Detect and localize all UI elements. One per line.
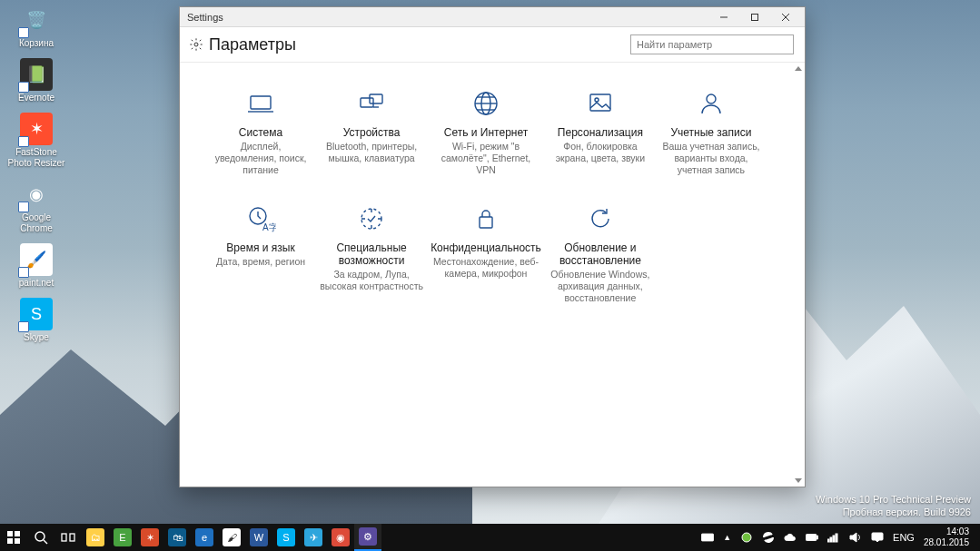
wifi-icon[interactable] <box>827 531 840 544</box>
window-title: Settings <box>187 12 708 23</box>
close-button[interactable] <box>770 7 801 27</box>
search-input[interactable] <box>630 34 794 54</box>
taskbar-app-store[interactable]: 🛍 <box>163 524 191 551</box>
taskbar-app-chrome[interactable]: ◉ <box>327 524 354 551</box>
svg-rect-6 <box>15 531 20 536</box>
category-privacy[interactable]: Конфиденциальность Местонахождение, веб-… <box>429 200 543 308</box>
language-indicator[interactable]: ENG <box>893 532 915 543</box>
category-devices[interactable]: Устройства Bluetooth, принтеры, мышка, к… <box>318 84 425 180</box>
settings-window: Settings Параметры Система Дисплей, увед… <box>179 6 806 487</box>
taskbar-app-ie[interactable]: e <box>191 524 218 551</box>
volume-icon[interactable] <box>849 531 862 544</box>
taskbar: 🗂E✶🛍e🖌WS✈◉⚙ ▲ ENG 14:03 28.01.2015 <box>0 524 980 551</box>
svg-marker-27 <box>850 533 856 542</box>
taskbar-app-settings[interactable]: ⚙ <box>354 524 381 551</box>
skype-icon: S <box>277 528 295 546</box>
svg-rect-22 <box>807 536 814 539</box>
scrollbar[interactable] <box>792 63 805 487</box>
devices-icon <box>356 88 387 119</box>
category-time[interactable]: Время и язык Дата, время, регион <box>207 200 314 308</box>
update-icon <box>585 203 616 234</box>
clock[interactable]: 14:03 28.01.2015 <box>924 526 973 548</box>
category-desc: Местонахождение, веб-камера, микрофон <box>431 256 540 280</box>
taskbar-app-telegram[interactable]: ✈ <box>300 524 327 551</box>
action-center-icon[interactable] <box>871 531 884 544</box>
tray-chevron-icon[interactable]: ▲ <box>723 533 731 542</box>
desktop-icon-label: FastStone Photo Resizer <box>5 147 67 169</box>
desktop-icon-корзина[interactable]: 🗑️Корзина <box>5 4 67 49</box>
svg-rect-7 <box>7 538 13 544</box>
category-title: Сеть и Интернет <box>444 126 528 139</box>
file-explorer-icon: 🗂 <box>86 528 104 546</box>
app-icon: S <box>20 298 53 330</box>
titlebar[interactable]: Settings <box>180 7 805 27</box>
battery-icon[interactable] <box>806 531 818 544</box>
svg-rect-28 <box>872 533 883 540</box>
time-icon <box>245 203 276 234</box>
desktop-icon-label: Skype <box>24 332 49 343</box>
paintnet-icon: 🖌 <box>223 528 241 546</box>
keyboard-icon[interactable] <box>701 531 714 544</box>
svg-point-9 <box>35 532 45 541</box>
build-watermark: Windows 10 Pro Technical Preview Пробная… <box>816 493 971 518</box>
scroll-down-icon[interactable] <box>795 478 802 483</box>
desktop-icon-faststone-photo-resizer[interactable]: ✶FastStone Photo Resizer <box>5 113 67 169</box>
category-personalization[interactable]: Персонализация Фон, блокировка экрана, ц… <box>547 84 654 180</box>
privacy-icon <box>470 203 501 234</box>
category-title: Конфиденциальность <box>431 241 541 254</box>
chrome-icon: ◉ <box>332 528 350 546</box>
tray-cloud-icon[interactable] <box>784 531 797 544</box>
desktop-icon-label: paint.net <box>19 278 54 289</box>
category-title: Система <box>239 126 282 139</box>
taskbar-app-paintnet[interactable]: 🖌 <box>218 524 245 551</box>
svg-rect-1 <box>752 14 758 20</box>
desktop-icon-label: Google Chrome <box>5 212 67 234</box>
desktop-icon-evernote[interactable]: 📗Evernote <box>5 58 67 103</box>
category-desc: Ваша учетная запись, варианты входа, уче… <box>659 141 763 176</box>
svg-rect-12 <box>70 534 74 541</box>
desktop-icon-paint.net[interactable]: 🖌️paint.net <box>5 243 67 289</box>
category-desc: Дисплей, уведомления, поиск, питание <box>209 141 312 176</box>
category-desc: Bluetooth, принтеры, мышка, клавиатура <box>320 141 423 164</box>
category-ease[interactable]: Специальные возможности За кадром, Лупа,… <box>318 200 425 308</box>
desktop-icon-google-chrome[interactable]: ◉Google Chrome <box>5 178 67 234</box>
category-accounts[interactable]: Учетные записи Ваша учетная запись, вари… <box>658 84 765 180</box>
app-icon: ◉ <box>20 178 53 211</box>
category-title: Специальные возможности <box>320 241 423 267</box>
store-icon: 🛍 <box>168 528 186 546</box>
category-desc: За кадром, Лупа, высокая контрастность <box>320 269 423 292</box>
taskbar-search-button[interactable] <box>27 524 54 551</box>
maximize-button[interactable] <box>739 7 770 27</box>
category-title: Устройства <box>343 126 401 139</box>
category-desc: Дата, время, регион <box>216 256 305 268</box>
category-network[interactable]: Сеть и Интернет Wi-Fi, режим "в самолёте… <box>429 84 543 180</box>
minimize-button[interactable] <box>708 7 739 27</box>
taskbar-app-skype[interactable]: S <box>272 524 300 551</box>
svg-rect-26 <box>836 534 837 542</box>
ease-icon <box>356 203 387 234</box>
task-view-button[interactable] <box>54 524 82 551</box>
system-icon <box>245 88 276 119</box>
taskbar-app-evernote[interactable]: E <box>109 524 136 551</box>
svg-rect-13 <box>702 534 714 541</box>
category-update[interactable]: Обновление и восстановление Обновление W… <box>547 200 654 308</box>
category-system[interactable]: Система Дисплей, уведомления, поиск, пит… <box>207 84 314 180</box>
desktop-icon-label: Корзина <box>19 38 54 49</box>
ie-icon: e <box>195 528 213 546</box>
taskbar-app-file-explorer[interactable]: 🗂 <box>82 524 109 551</box>
start-button[interactable] <box>0 524 27 551</box>
taskbar-app-word[interactable]: W <box>245 524 272 551</box>
svg-point-19 <box>742 533 751 542</box>
svg-point-4 <box>194 43 198 46</box>
faststone-icon: ✶ <box>141 528 159 546</box>
category-title: Учетные записи <box>670 126 751 139</box>
taskbar-app-faststone[interactable]: ✶ <box>136 524 163 551</box>
page-title: Параметры <box>209 35 296 54</box>
svg-rect-11 <box>62 534 66 541</box>
category-title: Обновление и восстановление <box>549 241 652 267</box>
category-title: Персонализация <box>558 126 643 139</box>
scroll-up-icon[interactable] <box>795 66 802 71</box>
desktop-icon-skype[interactable]: SSkype <box>5 298 67 343</box>
tray-status-icon[interactable] <box>740 531 753 544</box>
tray-sync-icon[interactable] <box>762 531 775 544</box>
